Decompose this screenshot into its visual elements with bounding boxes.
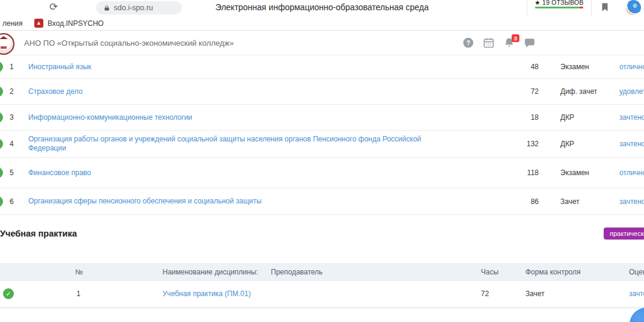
grade-link[interactable]: удовлетворительно (619, 87, 644, 96)
chat-icon[interactable] (524, 37, 536, 49)
section-title: Учебная практика (0, 229, 77, 238)
row-number: 4 (10, 140, 24, 148)
notification-badge: 3 (512, 34, 519, 42)
floating-action-button[interactable] (630, 308, 644, 322)
grade-link[interactable]: зачтено (619, 197, 644, 206)
column-header-hours: Часы (481, 268, 498, 276)
profile-avatar[interactable] (626, 0, 641, 15)
discipline-link[interactable]: Финансовое право (28, 169, 492, 178)
reviews-label: ★ 19 ОТЗЫВОВ (527, 0, 591, 6)
row-number: 5 (10, 169, 24, 177)
discipline-link[interactable]: Страховое дело (28, 87, 492, 96)
completed-check-icon: ✓ (0, 86, 3, 97)
hours-value: 48 (492, 63, 539, 71)
browser-toolbar: ⟳ sdo.i-spo.ru Электронная информационно… (0, 0, 644, 16)
control-form: ДКР (560, 140, 611, 148)
reviews-button[interactable]: ★ 19 ОТЗЫВОВ (527, 0, 592, 16)
row-number: 6 (10, 197, 24, 206)
table-row: ✓ 2 Страховое дело 72 Диф. зачет удовлет… (0, 79, 644, 105)
site-header: АНО ПО «Открытый социально-экономический… (0, 31, 644, 55)
calendar-icon[interactable] (483, 37, 495, 49)
discipline-link[interactable]: Информационно-коммуникационные технологи… (28, 113, 492, 122)
hours-value: 72 (481, 289, 489, 298)
control-form: Диф. зачет (560, 87, 611, 96)
row-number: 1 (76, 289, 81, 298)
table-row: ✓ 1 Иностранный язык 48 Экзамен отлично (0, 55, 644, 79)
hours-value: 132 (492, 140, 539, 148)
practice-type-badge: практическое (604, 228, 644, 240)
bookmark-icon[interactable] (599, 2, 610, 13)
hours-value: 118 (492, 169, 539, 177)
discipline-link[interactable]: Организация сферы пенсионного обеспечени… (28, 197, 492, 206)
completed-check-icon: ✓ (0, 61, 3, 72)
bookmark-item-truncated[interactable]: ления (2, 19, 23, 28)
bookmarks-bar: ления ▲ Вход.INPSYCHO (0, 16, 644, 31)
control-form: Экзамен (560, 63, 611, 71)
row-number: 3 (10, 113, 24, 122)
completed-check-icon: ✓ (0, 138, 3, 149)
hours-value: 86 (492, 197, 539, 206)
table-row: ✓ 4 Организация работы органов и учрежде… (0, 131, 644, 158)
courses-table: ✓ 1 Иностранный язык 48 Экзамен отлично … (0, 55, 644, 215)
discipline-link[interactable]: Организация работы органов и учреждений … (28, 135, 492, 153)
inpsycho-favicon: ▲ (34, 19, 43, 28)
discipline-link[interactable]: Иностранный язык (28, 63, 492, 72)
control-form: ДКР (560, 113, 611, 122)
table-row: ✓ 3 Информационно-коммуникационные техно… (0, 105, 644, 131)
grade-link[interactable]: отлично (619, 63, 644, 71)
help-icon[interactable]: ? (462, 37, 474, 49)
browser-window: ⟳ sdo.i-spo.ru Электронная информационно… (0, 0, 644, 322)
org-name: АНО ПО «Открытый социально-экономический… (24, 39, 234, 48)
row-number: 1 (10, 63, 24, 71)
hours-value: 18 (492, 113, 539, 122)
completed-check-icon: ✓ (0, 112, 3, 123)
grade-link[interactable]: отлично (619, 169, 644, 177)
practice-table-header: № Наименование дисциплины: Преподаватель… (0, 263, 644, 281)
column-header-name: Наименование дисциплины: (163, 268, 258, 276)
control-form: Зачет (525, 289, 545, 298)
bookmark-item-inpsycho[interactable]: Вход.INPSYCHO (48, 19, 104, 28)
column-header-control: Форма контроля (525, 268, 581, 276)
grade-link[interactable]: зачтено (629, 289, 644, 298)
column-header-grade: Оценка (629, 268, 644, 276)
completed-check-icon: ✓ (3, 288, 14, 299)
practice-section-header: Учебная практика практическое (0, 225, 644, 243)
svg-text:?: ? (466, 39, 471, 46)
table-row: ✓ 5 Финансовое право 118 Экзамен отлично (0, 158, 644, 188)
table-row: ✓ 6 Организация сферы пенсионного обеспе… (0, 188, 644, 215)
discipline-link[interactable]: Учебная практика (ПМ.01) (163, 289, 251, 298)
reviews-rating-bar (535, 7, 583, 8)
grade-link[interactable]: зачтено (619, 113, 644, 122)
control-form: Зачет (560, 197, 611, 206)
table-row: ✓ 1 Учебная практика (ПМ.01) 72 Зачет за… (0, 281, 644, 308)
column-header-teacher: Преподаватель (271, 268, 323, 276)
header-icons: ? 3 (462, 37, 536, 49)
completed-check-icon: ✓ (0, 196, 3, 207)
row-number: 2 (10, 87, 24, 96)
control-form: Экзамен (560, 169, 611, 177)
notifications-bell-icon[interactable]: 3 (503, 37, 515, 49)
grade-link[interactable]: зачтено (619, 140, 644, 148)
hours-value: 72 (492, 87, 539, 96)
college-logo (0, 33, 14, 55)
completed-check-icon: ✓ (0, 167, 3, 178)
column-header-num: № (75, 268, 83, 276)
